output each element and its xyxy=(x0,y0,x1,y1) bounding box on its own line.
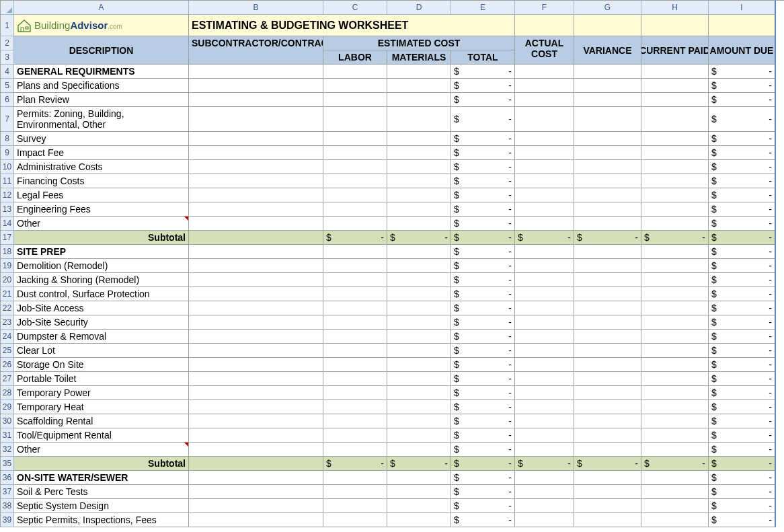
subcontractor-cell[interactable] xyxy=(189,386,323,400)
cell-d[interactable] xyxy=(387,245,451,259)
select-all-corner[interactable] xyxy=(1,1,14,15)
cell-e[interactable]: $- xyxy=(451,414,515,428)
subcontractor-cell[interactable] xyxy=(189,79,323,93)
cell-g[interactable] xyxy=(574,344,641,358)
cell-c[interactable] xyxy=(323,65,387,79)
row-header[interactable]: 11 xyxy=(1,174,14,188)
description-cell[interactable]: Financing Costs xyxy=(14,174,189,188)
cell-f[interactable] xyxy=(515,414,574,428)
cell-d[interactable] xyxy=(387,471,451,485)
cell-d[interactable] xyxy=(387,93,451,107)
cell-d[interactable] xyxy=(387,259,451,273)
row-header[interactable]: 25 xyxy=(1,344,14,358)
cell-i[interactable]: $- xyxy=(709,499,776,513)
description-cell[interactable]: Administrative Costs xyxy=(14,160,189,174)
cell-f[interactable] xyxy=(515,65,574,79)
subcontractor-cell[interactable] xyxy=(189,217,323,231)
cell-c[interactable] xyxy=(323,471,387,485)
cell-f[interactable] xyxy=(515,372,574,386)
cell-f[interactable] xyxy=(515,107,574,132)
cell-c[interactable] xyxy=(323,93,387,107)
description-cell[interactable]: SITE PREP xyxy=(14,245,189,259)
cell-d[interactable] xyxy=(387,386,451,400)
cell-i[interactable]: $- xyxy=(709,65,776,79)
subcontractor-cell[interactable] xyxy=(189,93,323,107)
cell-e[interactable]: $- xyxy=(451,513,515,527)
cell-i[interactable]: $- xyxy=(709,513,776,527)
cell-i[interactable]: $- xyxy=(709,372,776,386)
cell-g[interactable] xyxy=(574,65,641,79)
cell-d[interactable] xyxy=(387,400,451,414)
cell-d[interactable] xyxy=(387,132,451,146)
cell-h[interactable] xyxy=(641,414,709,428)
cell-e[interactable]: $- xyxy=(451,188,515,202)
cell-f[interactable] xyxy=(515,358,574,372)
cell-h[interactable] xyxy=(641,245,709,259)
cell-f[interactable] xyxy=(515,287,574,301)
cell-e[interactable]: $- xyxy=(451,65,515,79)
cell-d[interactable]: $- xyxy=(387,231,451,245)
cell-e[interactable]: $- xyxy=(451,259,515,273)
column-header-C[interactable]: C xyxy=(323,1,387,15)
cell-d[interactable] xyxy=(387,372,451,386)
cell-e[interactable]: $- xyxy=(451,471,515,485)
cell-d[interactable] xyxy=(387,146,451,160)
description-cell[interactable]: Demolition (Remodel) xyxy=(14,259,189,273)
description-cell[interactable]: Septic Permits, Inspections, Fees xyxy=(14,513,189,527)
cell-e[interactable]: $- xyxy=(451,146,515,160)
cell-f[interactable] xyxy=(515,93,574,107)
cell-d[interactable] xyxy=(387,202,451,217)
cell-h[interactable] xyxy=(641,428,709,443)
cell-i[interactable]: $- xyxy=(709,443,776,457)
cell-f[interactable] xyxy=(515,386,574,400)
row-header[interactable]: 17 xyxy=(1,231,14,245)
cell-g[interactable] xyxy=(574,372,641,386)
cell-h[interactable] xyxy=(641,287,709,301)
cell-f[interactable] xyxy=(515,344,574,358)
cell-d[interactable] xyxy=(387,107,451,132)
cell-c[interactable] xyxy=(323,513,387,527)
cell-d[interactable] xyxy=(387,414,451,428)
description-cell[interactable]: Jacking & Shoring (Remodel) xyxy=(14,273,189,287)
subcontractor-cell[interactable] xyxy=(189,160,323,174)
subcontractor-cell[interactable] xyxy=(189,259,323,273)
column-header-D[interactable]: D xyxy=(387,1,451,15)
cell-f[interactable]: $- xyxy=(515,457,574,471)
subcontractor-cell[interactable] xyxy=(189,485,323,499)
row-header[interactable]: 14 xyxy=(1,217,14,231)
cell-h[interactable] xyxy=(641,259,709,273)
cell-h[interactable] xyxy=(641,188,709,202)
cell-c[interactable] xyxy=(323,428,387,443)
cell-f[interactable] xyxy=(515,188,574,202)
cell-h[interactable] xyxy=(641,372,709,386)
description-cell[interactable]: Scaffolding Rental xyxy=(14,414,189,428)
cell-c[interactable] xyxy=(323,485,387,499)
subcontractor-cell[interactable] xyxy=(189,471,323,485)
cell-e[interactable]: $- xyxy=(451,499,515,513)
cell-i[interactable]: $- xyxy=(709,287,776,301)
cell-c[interactable] xyxy=(323,315,387,330)
cell-i[interactable]: $- xyxy=(709,457,776,471)
cell-g[interactable] xyxy=(574,93,641,107)
cell-c[interactable] xyxy=(323,414,387,428)
cell-g[interactable] xyxy=(574,217,641,231)
cell-h[interactable] xyxy=(641,202,709,217)
subcontractor-cell[interactable] xyxy=(189,499,323,513)
cell-h[interactable] xyxy=(641,499,709,513)
cell-g[interactable] xyxy=(574,287,641,301)
cell-c[interactable] xyxy=(323,188,387,202)
cell-d[interactable] xyxy=(387,428,451,443)
cell-g[interactable] xyxy=(574,428,641,443)
cell-d[interactable] xyxy=(387,217,451,231)
row-header[interactable]: 3 xyxy=(1,50,14,65)
cell-e[interactable]: $- xyxy=(451,231,515,245)
description-cell[interactable]: Storage On Site xyxy=(14,358,189,372)
cell-i[interactable]: $- xyxy=(709,107,776,132)
row-header[interactable]: 39 xyxy=(1,513,14,527)
cell-c[interactable] xyxy=(323,400,387,414)
subcontractor-cell[interactable] xyxy=(189,428,323,443)
cell-c[interactable] xyxy=(323,259,387,273)
cell-d[interactable] xyxy=(387,330,451,344)
cell-i[interactable]: $- xyxy=(709,259,776,273)
description-cell[interactable]: Dust control, Surface Protection xyxy=(14,287,189,301)
